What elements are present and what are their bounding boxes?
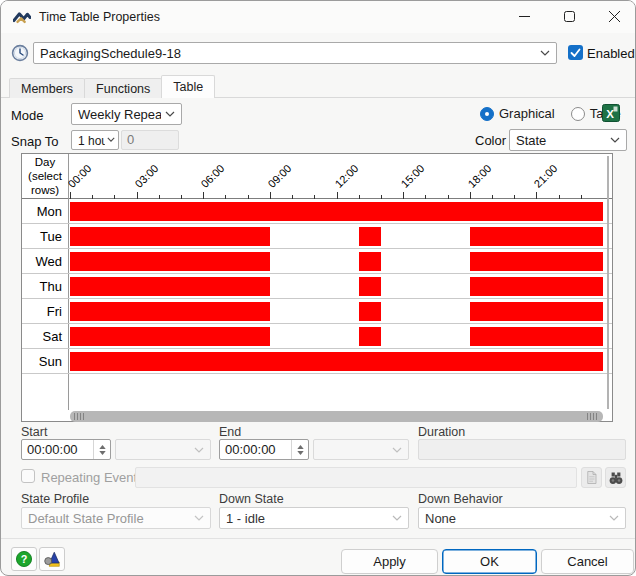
day-row-label[interactable]: Fri — [22, 299, 62, 324]
end-label: End — [219, 425, 241, 439]
radio-circle[interactable] — [480, 107, 494, 121]
excel-icon: X — [602, 104, 620, 122]
mode-value: Weekly Repeat — [78, 104, 161, 124]
scrollbar-grip-left[interactable] — [74, 413, 86, 420]
snap-to-combobox[interactable]: 1 hour — [71, 130, 119, 150]
tab-bar: MembersFunctionsTable — [9, 75, 214, 98]
mode-label: Mode — [11, 108, 44, 123]
spinner-arrows[interactable] — [291, 440, 308, 459]
radio-graphical[interactable]: Graphical — [480, 106, 555, 121]
down-behavior-value: None — [425, 508, 605, 528]
scrollbar-grip-right[interactable] — [587, 413, 599, 420]
down-bar[interactable] — [470, 327, 603, 346]
excel-export-button[interactable]: X — [602, 104, 620, 125]
view-radio-group: GraphicalTable — [464, 106, 621, 121]
row-divider — [22, 373, 612, 374]
row-divider — [22, 248, 612, 249]
down-bar[interactable] — [70, 252, 270, 271]
down-bar[interactable] — [470, 252, 603, 271]
down-bar[interactable] — [470, 227, 603, 246]
start-label: Start — [21, 425, 47, 439]
state-profile-value: Default State Profile — [28, 508, 190, 528]
down-bar[interactable] — [470, 302, 603, 321]
timetable-name-combobox[interactable]: PackagingSchedule9-18 — [33, 42, 557, 64]
row-divider — [22, 348, 612, 349]
day-row-label[interactable]: Mon — [22, 199, 62, 224]
duration-label: Duration — [418, 425, 465, 439]
down-bar[interactable] — [470, 277, 603, 296]
chevron-down-icon — [610, 137, 620, 143]
title-bar: Time Table Properties — [1, 1, 635, 33]
down-bar[interactable] — [359, 277, 381, 296]
spin-up-icon — [297, 445, 304, 449]
down-bar[interactable] — [359, 252, 381, 271]
radio-circle[interactable] — [571, 107, 585, 121]
document-icon — [584, 470, 599, 485]
check-icon — [568, 45, 583, 60]
down-behavior-combobox[interactable]: None — [418, 507, 626, 529]
timetable-name-value: PackagingSchedule9-18 — [40, 43, 536, 63]
state-profile-label: State Profile — [21, 492, 89, 506]
color-combobox[interactable]: State — [509, 129, 627, 151]
down-bar[interactable] — [70, 277, 270, 296]
tab-table[interactable]: Table — [161, 75, 215, 98]
chevron-down-icon — [165, 111, 175, 117]
down-bar[interactable] — [70, 302, 270, 321]
footer-divider — [1, 538, 635, 539]
color-label: Color — [475, 133, 506, 148]
radio-label: Graphical — [499, 106, 555, 121]
day-row-label[interactable]: Sat — [22, 324, 62, 349]
repeating-event-checkbox — [21, 469, 35, 483]
find-button[interactable] — [605, 467, 626, 488]
chevron-down-icon — [609, 515, 619, 521]
color-value: State — [516, 130, 606, 150]
day-row-label[interactable]: Wed — [22, 249, 62, 274]
sampler-icon — [43, 550, 61, 568]
horizontal-scrollbar[interactable] — [70, 411, 603, 422]
mode-combobox[interactable]: Weekly Repeat — [71, 103, 182, 125]
cancel-button[interactable]: Cancel — [541, 549, 634, 574]
time-table-properties-dialog: Time Table Properties PackagingSchedule9… — [0, 0, 636, 576]
schedule-table[interactable]: Day (select rows) 00:0003:0006:0009:0012… — [21, 153, 613, 422]
down-bar[interactable] — [359, 302, 381, 321]
maximize-button[interactable] — [547, 1, 592, 33]
help-button[interactable]: ? — [11, 547, 37, 571]
row-divider — [22, 323, 612, 324]
day-row-label[interactable]: Tue — [22, 224, 62, 249]
chevron-down-icon — [392, 515, 402, 521]
minimize-button[interactable] — [502, 1, 547, 33]
down-state-combobox[interactable]: 1 - idle — [219, 507, 409, 529]
start-time-spinner[interactable]: 00:00:00 — [21, 439, 111, 460]
day-row-label[interactable]: Sun — [22, 349, 62, 374]
down-bar[interactable] — [359, 227, 381, 246]
enabled-checkbox[interactable] — [568, 45, 583, 60]
row-divider — [22, 223, 612, 224]
end-time-spinner[interactable]: 00:00:00 — [219, 439, 309, 460]
repeating-event-label: Repeating Event — [41, 470, 137, 485]
schedule-grid[interactable]: MonTueWedThuFriSatSun — [22, 154, 612, 410]
help-icon: ? — [15, 550, 33, 568]
ok-button[interactable]: OK — [442, 549, 537, 574]
start-time-value: 00:00:00 — [27, 440, 78, 459]
binoculars-icon — [608, 470, 624, 486]
snap-value-field: 0 — [121, 130, 179, 150]
sampler-button[interactable] — [39, 547, 65, 571]
down-bar[interactable] — [70, 227, 270, 246]
row-divider — [22, 273, 612, 274]
close-button[interactable] — [592, 1, 636, 33]
duration-field — [418, 439, 626, 460]
down-bar[interactable] — [359, 327, 381, 346]
chevron-down-icon — [540, 50, 550, 56]
down-bar[interactable] — [70, 202, 603, 221]
end-time-value: 00:00:00 — [225, 440, 276, 459]
chevron-down-icon — [107, 137, 115, 142]
day-row-label[interactable]: Thu — [22, 274, 62, 299]
tab-members[interactable]: Members — [9, 78, 85, 98]
down-bar[interactable] — [70, 327, 270, 346]
spinner-arrows[interactable] — [93, 440, 110, 459]
vertical-scrollbar[interactable] — [607, 156, 609, 409]
svg-text:X: X — [606, 108, 614, 120]
tab-functions[interactable]: Functions — [84, 78, 162, 98]
down-bar[interactable] — [70, 352, 603, 371]
apply-button[interactable]: Apply — [341, 549, 438, 574]
